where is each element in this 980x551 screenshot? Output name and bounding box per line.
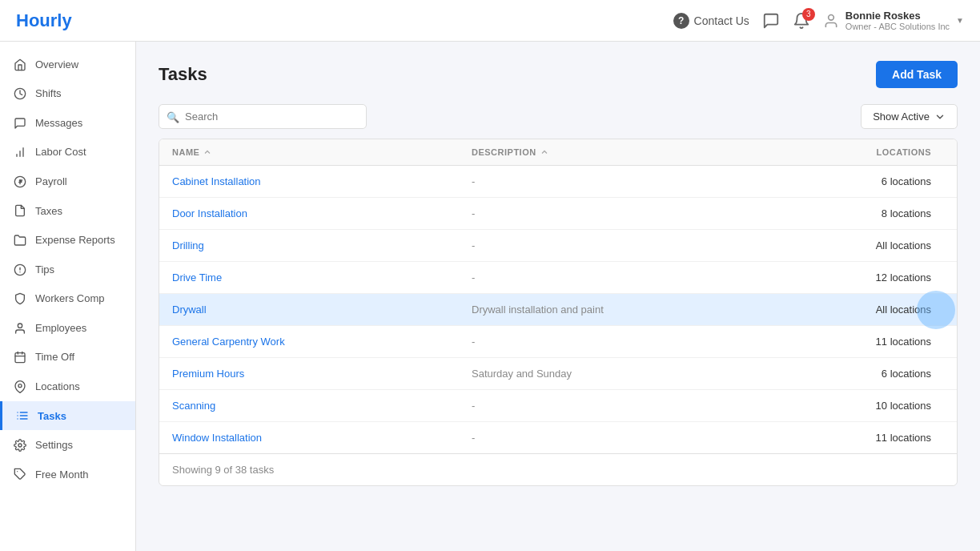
tips-icon bbox=[13, 263, 27, 276]
row-name: Drive Time bbox=[172, 271, 472, 284]
sidebar-item-labor-cost[interactable]: Labor Cost bbox=[0, 138, 135, 167]
chat-icon bbox=[762, 12, 780, 30]
row-name: Cabinet Installation bbox=[172, 175, 472, 187]
row-locations: 10 locations bbox=[771, 400, 931, 412]
table-row[interactable]: Scanning - 10 locations bbox=[159, 390, 957, 422]
row-name: Scanning bbox=[172, 400, 472, 412]
sidebar-label-labor-cost: Labor Cost bbox=[35, 146, 86, 158]
svg-point-9 bbox=[18, 324, 22, 328]
table-row[interactable]: Drive Time - 12 locations bbox=[159, 262, 957, 294]
sidebar-label-settings: Settings bbox=[35, 439, 73, 451]
table-footer: Showing 9 of 38 tasks bbox=[159, 453, 957, 485]
sidebar-label-payroll: Payroll bbox=[35, 175, 67, 187]
tag-icon bbox=[13, 468, 27, 481]
sidebar-label-tasks: Tasks bbox=[38, 410, 66, 422]
sidebar-label-messages: Messages bbox=[35, 117, 82, 129]
notifications-button[interactable]: 3 bbox=[793, 12, 810, 30]
sidebar-item-workers-comp[interactable]: Workers Comp bbox=[0, 284, 135, 314]
table-body: Cabinet Installation - 6 locations Door … bbox=[159, 166, 957, 453]
contact-us-button[interactable]: ? Contact Us bbox=[673, 13, 749, 29]
sort-desc-icon[interactable] bbox=[540, 147, 549, 157]
search-wrap: 🔍 bbox=[159, 104, 367, 129]
page-header: Tasks Add Task bbox=[159, 61, 958, 88]
messages-button[interactable] bbox=[762, 12, 780, 30]
row-locations: 6 locations bbox=[771, 368, 931, 380]
search-input[interactable] bbox=[159, 104, 367, 129]
row-name: Premium Hours bbox=[172, 368, 472, 380]
app-logo: Hourly bbox=[16, 10, 72, 31]
sidebar-item-payroll[interactable]: Payroll bbox=[0, 167, 135, 196]
sidebar-item-tasks[interactable]: Tasks bbox=[0, 401, 135, 431]
sidebar-label-locations: Locations bbox=[35, 380, 80, 392]
row-locations: 11 locations bbox=[771, 336, 931, 348]
person-icon bbox=[13, 321, 27, 335]
sidebar-item-time-off[interactable]: Time Off bbox=[0, 343, 135, 372]
column-name: NAME bbox=[172, 147, 472, 157]
row-description: - bbox=[472, 207, 771, 219]
sidebar-item-overview[interactable]: Overview bbox=[0, 50, 135, 79]
sort-name-icon[interactable] bbox=[203, 147, 212, 157]
sidebar-label-shifts: Shifts bbox=[35, 87, 62, 99]
sidebar-item-free-month[interactable]: Free Month bbox=[0, 460, 135, 489]
sidebar-label-time-off: Time Off bbox=[35, 351, 74, 363]
row-name: Window Installation bbox=[172, 432, 472, 444]
pin-icon bbox=[13, 380, 27, 393]
page-title: Tasks bbox=[159, 64, 207, 85]
row-locations: 6 locations bbox=[771, 175, 931, 187]
user-info: Bonnie Roskes Owner - ABC Solutions Inc bbox=[845, 10, 950, 31]
home-icon bbox=[13, 58, 27, 71]
user-name: Bonnie Roskes bbox=[845, 10, 950, 22]
table-row[interactable]: Cabinet Installation - 6 locations bbox=[159, 166, 957, 198]
svg-point-21 bbox=[18, 444, 22, 447]
add-task-button[interactable]: Add Task bbox=[876, 61, 958, 88]
column-locations: LOCATIONS bbox=[771, 147, 931, 157]
sidebar-label-workers-comp: Workers Comp bbox=[35, 292, 104, 304]
sidebar-item-shifts[interactable]: Shifts bbox=[0, 79, 135, 109]
sidebar-item-employees[interactable]: Employees bbox=[0, 313, 135, 343]
gear-icon bbox=[13, 438, 27, 452]
row-name: Drywall bbox=[172, 304, 472, 316]
row-locations: All locations bbox=[771, 304, 931, 316]
svg-point-14 bbox=[18, 384, 22, 387]
user-menu-button[interactable]: Bonnie Roskes Owner - ABC Solutions Inc … bbox=[823, 10, 964, 31]
table-row[interactable]: Door Installation - 8 locations bbox=[159, 198, 957, 230]
row-description: - bbox=[472, 175, 771, 187]
table-row[interactable]: Drilling - All locations bbox=[159, 230, 957, 262]
sidebar-label-taxes: Taxes bbox=[35, 205, 62, 217]
sidebar-item-taxes[interactable]: Taxes bbox=[0, 196, 135, 226]
row-description: Saturday and Sunday bbox=[472, 368, 771, 380]
table-row[interactable]: Drywall Drywall installation and paint A… bbox=[159, 294, 957, 326]
user-icon bbox=[823, 13, 839, 29]
row-locations: 12 locations bbox=[771, 271, 931, 284]
tasks-table: NAME DESCRIPTION LOCATIONS Cabinet Insta… bbox=[159, 139, 958, 486]
sidebar-item-tips[interactable]: Tips bbox=[0, 255, 135, 284]
row-locations: 8 locations bbox=[771, 207, 931, 219]
dollar-icon bbox=[13, 175, 27, 188]
row-description: Drywall installation and paint bbox=[472, 304, 771, 316]
svg-rect-10 bbox=[15, 353, 25, 363]
help-icon: ? bbox=[673, 13, 689, 29]
sidebar-item-locations[interactable]: Locations bbox=[0, 372, 135, 401]
message-icon bbox=[13, 116, 27, 130]
column-description: DESCRIPTION bbox=[472, 147, 771, 157]
table-row[interactable]: Premium Hours Saturday and Sunday 6 loca… bbox=[159, 358, 957, 390]
show-active-button[interactable]: Show Active bbox=[861, 104, 958, 129]
sidebar-label-expense-reports: Expense Reports bbox=[35, 234, 115, 246]
row-name: Door Installation bbox=[172, 207, 472, 219]
sidebar-item-messages[interactable]: Messages bbox=[0, 108, 135, 138]
search-icon: 🔍 bbox=[167, 111, 179, 123]
row-name: General Carpentry Work bbox=[172, 336, 472, 348]
sidebar-item-settings[interactable]: Settings bbox=[0, 430, 135, 460]
main-content: Tasks Add Task 🔍 Show Active NAME bbox=[136, 42, 980, 551]
folder-icon bbox=[13, 233, 27, 247]
table-row[interactable]: Window Installation - 11 locations bbox=[159, 422, 957, 453]
toolbar: 🔍 Show Active bbox=[159, 104, 958, 129]
table-row[interactable]: General Carpentry Work - 11 locations bbox=[159, 326, 957, 358]
chevron-down-icon bbox=[934, 111, 946, 123]
sidebar-label-tips: Tips bbox=[35, 263, 54, 276]
sidebar-item-expense-reports[interactable]: Expense Reports bbox=[0, 225, 135, 255]
topnav-right: ? Contact Us 3 Bonnie Roskes Owner - ABC… bbox=[673, 10, 964, 31]
row-name: Drilling bbox=[172, 239, 472, 251]
row-description: - bbox=[472, 400, 771, 412]
sidebar-label-overview: Overview bbox=[35, 58, 78, 70]
